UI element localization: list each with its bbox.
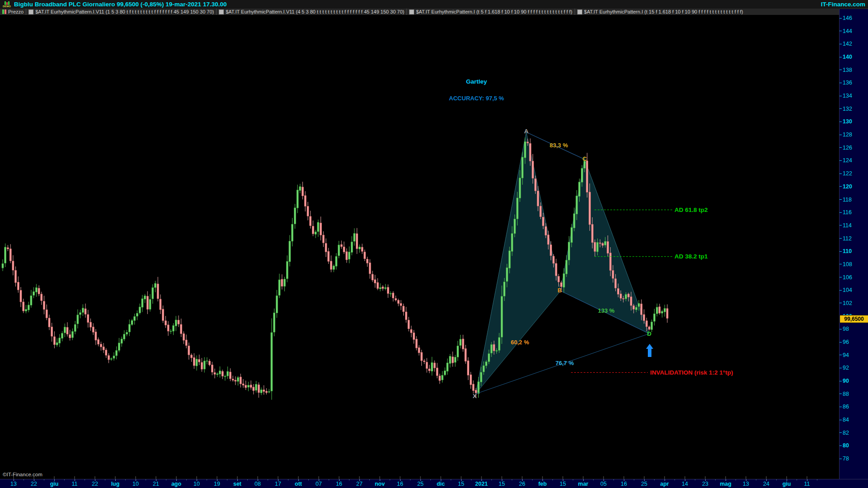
time-tick-label: 13: [743, 481, 749, 487]
price-tick-mark: [840, 303, 842, 303]
price-tick-mark: [840, 264, 842, 264]
tab-indicator-3[interactable]: $AT.IT EurhythmicPattern.I (t 5 f 1.618 …: [407, 9, 575, 15]
level-label: AD 38.2 tp1: [675, 253, 708, 260]
time-tick-mark-minor: [736, 479, 736, 480]
price-tick-mark: [840, 355, 842, 355]
pattern-name: Gartley: [466, 78, 487, 85]
time-tick-mark: [726, 479, 726, 481]
time-tick-label: 23: [702, 481, 708, 487]
time-tick-mark: [176, 479, 177, 481]
price-tick-mark: [840, 199, 842, 200]
indicator-square-icon: [28, 9, 33, 14]
indicator-square-icon: [577, 9, 582, 14]
price-tick-label: 84: [843, 417, 849, 423]
time-tick-label: 16: [336, 481, 342, 487]
time-axis[interactable]: 1322giu1122lug1021ago1019set0817ott07162…: [0, 479, 868, 488]
price-tick-label: 136: [843, 80, 852, 86]
price-tick-mark: [840, 238, 842, 239]
price-tick-mark: [840, 432, 842, 433]
indicator-square-icon: [409, 9, 414, 14]
price-tick-mark: [840, 381, 842, 381]
price-tick-label: 118: [843, 197, 852, 203]
time-tick-mark-minor: [451, 479, 451, 480]
time-tick-label: dic: [437, 481, 445, 487]
page-title: Bigblu Broadband PLC Giornaliero 99,6500…: [14, 1, 226, 8]
price-tick-mark: [840, 83, 842, 83]
chart-canvas[interactable]: AD 61.8 tp2AD 38.2 tp1INVALIDATION (risk…: [0, 0, 868, 488]
price-tick-label: 82: [843, 430, 849, 436]
time-tick-label: mag: [720, 481, 731, 487]
price-tick-mark: [840, 368, 842, 368]
price-tick-mark: [840, 407, 842, 407]
price-tick-mark: [840, 122, 842, 122]
time-tick-label: ott: [295, 481, 302, 487]
point-A: A: [524, 128, 528, 135]
price-tick-label: 98: [843, 326, 849, 332]
time-tick-mark-minor: [756, 479, 756, 480]
tab-indicator-4[interactable]: $AT.IT EurhythmicPattern.I (t 15 f 1.618…: [575, 9, 745, 15]
point-B: B: [557, 287, 562, 294]
time-tick-mark-minor: [288, 479, 288, 480]
time-tick-label: 24: [763, 481, 769, 487]
time-tick-mark-minor: [24, 479, 24, 480]
price-tick-label: 112: [843, 235, 852, 242]
price-tick-label: 96: [843, 339, 849, 345]
time-tick-mark: [136, 479, 136, 481]
price-tick-mark: [840, 44, 842, 44]
time-tick-mark: [359, 479, 360, 481]
price-tick-mark: [840, 96, 842, 96]
time-tick-label: 10: [193, 481, 200, 487]
time-tick-mark: [705, 479, 706, 481]
time-tick-mark: [624, 479, 624, 481]
time-tick-label: 25: [417, 481, 424, 487]
ratio-label: 133 %: [598, 307, 615, 314]
price-tick-label: 116: [843, 209, 852, 216]
time-tick-label: 11: [72, 481, 78, 487]
time-tick-mark: [54, 479, 55, 481]
time-tick-mark-minor: [695, 479, 695, 480]
tab-prezzo[interactable]: Prezzo: [0, 9, 26, 15]
brand-link[interactable]: IT-Finance.com: [821, 1, 865, 8]
time-tick-mark-minor: [146, 479, 146, 480]
time-tick-mark-minor: [369, 479, 370, 480]
time-tick-mark-minor: [308, 479, 309, 480]
time-tick-mark-minor: [44, 479, 44, 480]
demo-candlestick-icon: DEMO: [1, 0, 12, 8]
mini-candles-icon: [5, 1, 9, 5]
time-tick-label: 16: [397, 481, 403, 487]
tab-indicator-2[interactable]: $AT.IT EurhythmicPattern.I.V11 (4 5 3 80…: [217, 9, 407, 15]
time-tick-mark: [441, 479, 441, 481]
price-tick-label: 146: [843, 15, 852, 21]
time-tick-mark-minor: [85, 479, 85, 480]
time-tick-label: 15: [499, 481, 505, 487]
price-tick-mark: [840, 174, 842, 174]
time-tick-label: feb: [538, 481, 547, 487]
level-label: INVALIDATION (risk 1:2 1°tp): [650, 369, 733, 376]
indicator-square-icon: [219, 9, 224, 14]
price-tick-label: 78: [843, 455, 849, 462]
time-tick-label: 07: [316, 481, 322, 487]
time-tick-label: 2021: [475, 481, 488, 487]
tab-indicator-1[interactable]: $AT.IT EurhythmicPattern.I.V11 (1 5 3 80…: [26, 9, 217, 15]
time-tick-label: 16: [621, 481, 627, 487]
time-tick-label: mar: [578, 481, 589, 487]
time-tick-mark-minor: [593, 479, 594, 480]
time-tick-label: 10: [132, 481, 139, 487]
price-tick-label: 90: [843, 378, 849, 384]
time-tick-mark: [807, 479, 807, 481]
time-tick-label: apr: [660, 481, 669, 487]
time-tick-mark-minor: [166, 479, 166, 480]
price-tick-mark: [840, 160, 842, 161]
time-tick-mark-minor: [247, 479, 248, 480]
price-tick-label: 132: [843, 106, 852, 112]
price-tick-label: 140: [843, 54, 852, 60]
price-tick-mark: [840, 342, 842, 343]
time-tick-label: giu: [50, 481, 59, 487]
price-axis[interactable]: 99,6500 14614414214013813613413213012812…: [839, 9, 868, 488]
price-tick-label: 128: [843, 131, 852, 138]
time-tick-mark-minor: [552, 479, 553, 480]
time-tick-mark-minor: [797, 479, 797, 480]
price-tick-label: 80: [843, 442, 849, 449]
price-tick-label: 92: [843, 365, 849, 371]
time-tick-mark-minor: [532, 479, 533, 480]
